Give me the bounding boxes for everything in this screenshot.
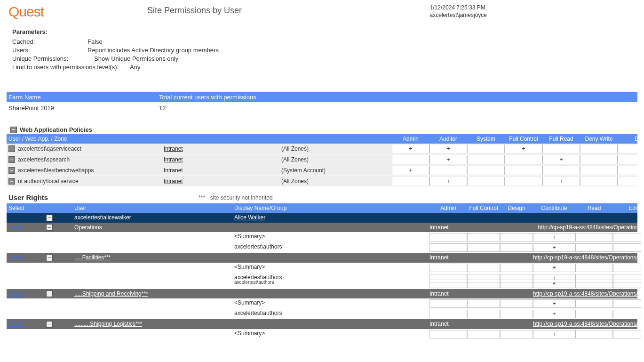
collapse-icon[interactable] <box>8 156 15 163</box>
wap-fullread-cell: + <box>542 155 580 164</box>
ur-site-row: Select..........Shipping Logistics***Int… <box>7 319 637 329</box>
select-link[interactable]: Select <box>8 290 24 297</box>
site-zone: Intranet <box>429 321 467 327</box>
wap-section-header: Web Application Policies <box>10 126 637 133</box>
ur-read-cell <box>575 243 613 252</box>
ur-contribute-cell: + <box>533 233 575 241</box>
ur-read-cell <box>575 280 613 288</box>
ur-user-name: axcelertest\alicewalker <box>74 214 234 221</box>
collapse-icon[interactable] <box>8 167 15 174</box>
summary-header-row: Farm Name Total current users with permi… <box>7 92 637 102</box>
ur-design-cell <box>500 299 533 308</box>
wap-col-admin: Admin <box>392 136 429 142</box>
parameters-heading: Parameters: <box>12 28 637 35</box>
collapse-icon[interactable] <box>46 290 53 297</box>
wap-system-cell <box>467 166 505 175</box>
site-name[interactable]: .....Facilities*** <box>74 254 234 261</box>
site-url[interactable]: http://cp-sp19-a-ss:4848/sites/Operation… <box>533 254 641 261</box>
ur-fullcontrol-cell <box>467 264 500 272</box>
user-rights-header: User Rights *** - site security not inhe… <box>8 193 636 201</box>
select-link[interactable]: Select <box>8 254 24 261</box>
ur-header-row: Select User Display Name/Group Admin Ful… <box>7 203 637 213</box>
wap-table: User / Web App. / Zone Admin Auditor Sys… <box>7 134 637 187</box>
site-name[interactable]: Operations <box>74 224 234 231</box>
ur-group: <Summary> <box>234 330 429 338</box>
wap-denywrite-cell <box>580 177 618 185</box>
param-limit-label: Limit to users with permissions level(s)… <box>12 64 130 71</box>
ur-group: <Summary> <box>234 233 429 241</box>
wap-fullread-cell: + <box>542 177 580 185</box>
wap-app-link[interactable]: Intranet <box>164 145 281 152</box>
collapse-icon[interactable] <box>46 215 53 221</box>
summary-col-farm: Farm Name <box>8 94 159 101</box>
wap-app-link[interactable]: Intranet <box>164 156 281 163</box>
wap-col-denywrite: Deny Write <box>580 136 618 142</box>
user-rights-note: *** - site security not inherited <box>199 194 272 201</box>
wap-fullread-cell <box>542 166 580 175</box>
wap-col-fullread: Full Read <box>542 136 580 142</box>
site-url[interactable]: http://cp-sp19-a-ss:4848/sites/Operation… <box>533 290 641 297</box>
site-url[interactable]: http://cp-sp19-a-ss:4848/sites/Operation… <box>533 321 641 327</box>
wap-app-link[interactable]: Intranet <box>164 178 281 185</box>
select-link[interactable]: Select <box>8 224 24 231</box>
site-name[interactable]: ..........Shipping Logistics*** <box>74 321 234 327</box>
wap-fullcontrol-cell <box>505 177 542 185</box>
wap-system-cell <box>467 177 505 185</box>
param-limit-value: Any <box>130 64 140 71</box>
wap-user: axcelertest\spsearch <box>18 156 70 163</box>
wap-fullread-cell <box>542 145 580 153</box>
wap-user: nt authority\local service <box>18 178 79 185</box>
report-header: Quest Site Permissions by User 1/12/2024… <box>7 4 637 20</box>
wap-app-link[interactable]: Intranet <box>164 167 281 174</box>
wap-auditor-cell: + <box>429 177 467 185</box>
collapse-icon[interactable] <box>46 255 53 261</box>
wap-zone: (System Account) <box>281 167 392 174</box>
ur-admin-cell <box>429 310 467 318</box>
wap-col-fullcontrol: Full Control <box>505 136 542 142</box>
ur-admin-cell <box>429 299 467 308</box>
wap-denyall-cell <box>618 145 644 153</box>
wap-row: axcelertest\qaserviceacctIntranet(All Zo… <box>7 144 637 154</box>
ur-group: axcelertest\authors <box>234 310 429 318</box>
parameters-block: Cached:False Users:Report includes Activ… <box>12 38 637 71</box>
ur-contribute-cell: + <box>533 330 575 338</box>
wap-fullcontrol-cell <box>505 166 542 175</box>
ur-design-cell <box>500 243 533 252</box>
ur-edit-cell <box>613 264 641 272</box>
site-url[interactable]: http://cp-sp19-a-ss:4848/sites/Operation… <box>533 224 641 231</box>
ur-edit-cell <box>613 299 641 308</box>
ur-user-display[interactable]: Alice Walker <box>234 214 429 221</box>
wap-row: nt authority\local serviceIntranet(All Z… <box>7 176 637 187</box>
report-timestamp: 1/12/2024 7:25:33 PM <box>430 4 487 11</box>
site-zone: Intranet <box>429 290 467 297</box>
collapse-icon[interactable] <box>46 224 53 231</box>
ur-detail-row: <Summary>+ <box>7 263 637 273</box>
ur-read-cell <box>575 299 613 308</box>
ur-detail-row: axcelertest\authors+ <box>7 279 637 289</box>
ur-edit-cell <box>613 280 641 288</box>
ur-col-fullcontrol: Full Control <box>467 205 500 211</box>
ur-detail-row: axcelertest\authors+ <box>7 309 637 319</box>
param-users-value: Report includes Active Directory group m… <box>87 47 219 54</box>
ur-design-cell <box>500 330 533 338</box>
select-link[interactable]: Select <box>8 321 24 327</box>
ur-read-cell <box>575 264 613 272</box>
ur-admin-cell <box>429 243 467 252</box>
ur-contribute-cell: + <box>533 243 575 252</box>
ur-edit-cell <box>613 233 641 241</box>
collapse-icon[interactable] <box>8 145 15 152</box>
wap-col-denyall: Deny All <box>618 136 644 142</box>
collapse-icon[interactable] <box>10 127 17 133</box>
ur-col-admin: Admin <box>429 205 467 211</box>
ur-admin-cell <box>429 233 467 241</box>
site-name[interactable]: .....Shipping and Receiving*** <box>74 290 234 297</box>
ur-group: axcelertest\authors <box>234 280 429 288</box>
ur-admin-cell <box>429 264 467 272</box>
collapse-icon[interactable] <box>8 178 15 185</box>
ur-group: <Summary> <box>234 299 429 308</box>
wap-zone: (All Zones) <box>281 156 392 163</box>
wap-admin-cell: + <box>392 145 429 153</box>
summary-farm-name: SharePoint 2019 <box>8 105 159 112</box>
collapse-icon[interactable] <box>46 321 53 328</box>
ur-read-cell <box>575 233 613 241</box>
